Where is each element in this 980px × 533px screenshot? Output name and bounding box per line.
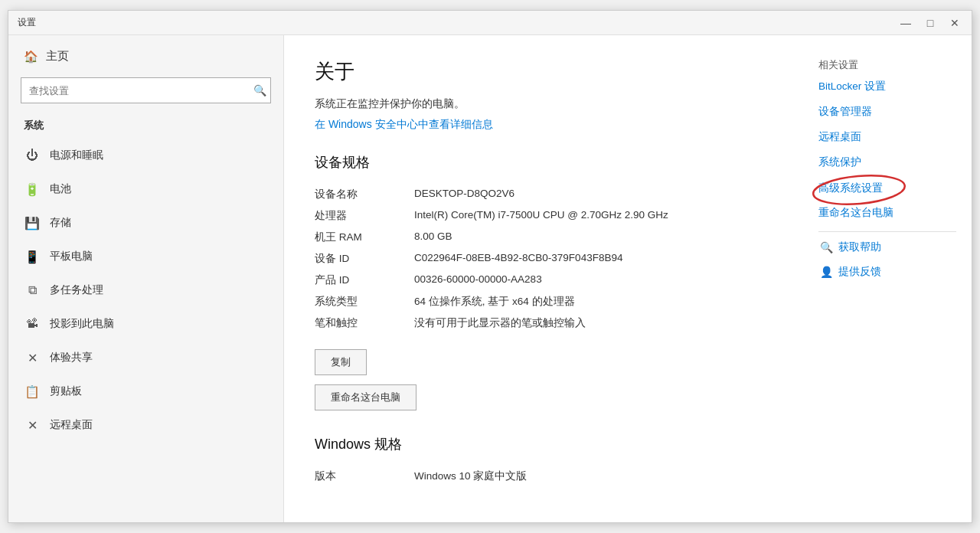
- spec-row-product-id: 产品 ID 00326-60000-00000-AA283: [315, 270, 773, 291]
- spec-row-device-id: 设备 ID C022964F-08EB-4B92-8CB0-379F043F8B…: [315, 248, 773, 270]
- spec-value: 64 位操作系统, 基于 x64 的处理器: [414, 295, 773, 309]
- spec-label: 设备名称: [315, 188, 414, 201]
- right-panel: 相关设置 BitLocker 设置 设备管理器 远程桌面 系统保护 高级系统设置…: [803, 35, 972, 522]
- sidebar-item-share[interactable]: ✕ 体验共享: [8, 341, 283, 374]
- spec-value: 8.00 GB: [414, 231, 773, 244]
- sidebar-item-label: 多任务处理: [50, 283, 103, 297]
- maximize-button[interactable]: □: [920, 14, 941, 32]
- spec-label: 版本: [315, 469, 414, 483]
- sidebar-item-label: 体验共享: [50, 351, 93, 365]
- storage-icon: 💾: [24, 214, 41, 231]
- search-box: 🔍: [21, 77, 271, 103]
- spec-row-device-name: 设备名称 DESKTOP-D8QO2V6: [315, 184, 773, 205]
- sidebar-home[interactable]: 🏠 主页: [8, 35, 283, 77]
- related-title: 相关设置: [818, 58, 956, 72]
- sidebar: 🏠 主页 🔍 系统 ⏻ 电源和睡眠 🔋 电池 💾 存储 📱: [8, 35, 284, 522]
- sidebar-item-storage[interactable]: 💾 存储: [8, 206, 283, 240]
- close-button[interactable]: ✕: [944, 14, 965, 32]
- sidebar-item-remote[interactable]: ✕ 远程桌面: [8, 408, 283, 442]
- spec-label: 处理器: [315, 209, 414, 223]
- project-icon: 📽: [24, 316, 41, 332]
- sidebar-item-multitask[interactable]: ⧉ 多任务处理: [8, 273, 283, 307]
- spec-value: 00326-60000-00000-AA283: [414, 273, 773, 287]
- get-help-action[interactable]: 🔍 获取帮助: [818, 240, 956, 255]
- main-panel: 关于 系统正在监控并保护你的电脑。 在 Windows 安全中心中查看详细信息 …: [284, 35, 803, 522]
- sidebar-item-clipboard[interactable]: 📋 剪贴板: [8, 374, 283, 408]
- spec-value: 没有可用于此显示器的笔或触控输入: [414, 316, 773, 330]
- minimize-button[interactable]: —: [895, 14, 916, 32]
- search-input[interactable]: [21, 77, 271, 103]
- sidebar-section-title: 系统: [8, 114, 283, 139]
- feedback-icon: 👤: [818, 264, 834, 280]
- spec-row-pen-touch: 笔和触控 没有可用于此显示器的笔或触控输入: [315, 312, 773, 334]
- settings-window: 设置 — □ ✕ 🏠 主页 🔍 系统 ⏻ 电源和睡眠 🔋 电池: [8, 10, 972, 523]
- bitlocker-link[interactable]: BitLocker 设置: [818, 80, 956, 94]
- sidebar-item-label: 存储: [50, 216, 71, 230]
- sidebar-item-label: 远程桌面: [50, 418, 93, 432]
- home-icon: 🏠: [24, 50, 38, 64]
- sidebar-item-label: 电池: [50, 182, 71, 196]
- spec-label: 笔和触控: [315, 316, 414, 330]
- device-manager-link[interactable]: 设备管理器: [818, 105, 956, 119]
- search-icon: 🔍: [253, 84, 266, 96]
- sidebar-item-project[interactable]: 📽 投影到此电脑: [8, 307, 283, 341]
- feedback-action[interactable]: 👤 提供反馈: [818, 264, 956, 280]
- sidebar-home-label: 主页: [46, 49, 69, 64]
- power-icon: ⏻: [24, 147, 41, 164]
- system-protection-link[interactable]: 系统保护: [818, 155, 956, 170]
- spec-value: Intel(R) Core(TM) i7-7500U CPU @ 2.70GHz…: [414, 209, 773, 223]
- spec-value: DESKTOP-D8QO2V6: [414, 188, 773, 201]
- advanced-system-link[interactable]: 高级系统设置: [818, 181, 883, 196]
- share-icon: ✕: [24, 349, 41, 366]
- remote-desktop-link[interactable]: 远程桌面: [818, 130, 956, 145]
- window-title: 设置: [18, 16, 36, 29]
- sidebar-item-label: 平板电脑: [50, 250, 93, 263]
- spec-value: C022964F-08EB-4B92-8CB0-379F043F8B94: [414, 252, 773, 266]
- clipboard-icon: 📋: [24, 383, 41, 400]
- sidebar-item-label: 电源和睡眠: [50, 149, 103, 162]
- spec-label: 设备 ID: [315, 252, 414, 266]
- copy-button[interactable]: 复制: [315, 349, 367, 375]
- sidebar-item-label: 剪贴板: [50, 384, 82, 398]
- spec-value: Windows 10 家庭中文版: [414, 469, 773, 483]
- sidebar-item-battery[interactable]: 🔋 电池: [8, 172, 283, 206]
- remote-icon: ✕: [24, 417, 41, 433]
- window-controls: — □ ✕: [895, 14, 965, 32]
- rename-pc-link[interactable]: 重命名这台电脑: [818, 206, 956, 221]
- security-link[interactable]: 在 Windows 安全中心中查看详细信息: [315, 118, 493, 132]
- sidebar-item-power[interactable]: ⏻ 电源和睡眠: [8, 139, 283, 172]
- spec-label: 产品 ID: [315, 273, 414, 287]
- spec-row-system-type: 系统类型 64 位操作系统, 基于 x64 的处理器: [315, 291, 773, 312]
- rename-pc-button[interactable]: 重命名这台电脑: [315, 384, 416, 410]
- spec-table: 设备名称 DESKTOP-D8QO2V6 处理器 Intel(R) Core(T…: [315, 184, 773, 334]
- divider: [818, 231, 956, 232]
- spec-row-processor: 处理器 Intel(R) Core(TM) i7-7500U CPU @ 2.7…: [315, 205, 773, 227]
- help-icon: 🔍: [818, 240, 834, 255]
- main-with-right: 关于 系统正在监控并保护你的电脑。 在 Windows 安全中心中查看详细信息 …: [284, 35, 972, 522]
- titlebar: 设置 — □ ✕: [8, 11, 972, 35]
- page-title: 关于: [315, 58, 773, 85]
- spec-label: 机王 RAM: [315, 231, 414, 244]
- tablet-icon: 📱: [24, 248, 41, 265]
- spec-row-ram: 机王 RAM 8.00 GB: [315, 227, 773, 248]
- get-help-label: 获取帮助: [838, 240, 881, 254]
- multitask-icon: ⧉: [24, 282, 41, 299]
- sidebar-item-label: 投影到此电脑: [50, 317, 114, 331]
- spec-label: 系统类型: [315, 295, 414, 309]
- window-content: 🏠 主页 🔍 系统 ⏻ 电源和睡眠 🔋 电池 💾 存储 📱: [8, 35, 972, 522]
- battery-icon: 🔋: [24, 181, 41, 198]
- security-notice: 系统正在监控并保护你的电脑。: [315, 97, 773, 111]
- device-specs-title: 设备规格: [315, 153, 773, 172]
- windows-specs-title: Windows 规格: [315, 435, 773, 453]
- spec-row-version: 版本 Windows 10 家庭中文版: [315, 466, 773, 487]
- feedback-label: 提供反馈: [838, 265, 881, 279]
- sidebar-item-tablet[interactable]: 📱 平板电脑: [8, 240, 283, 273]
